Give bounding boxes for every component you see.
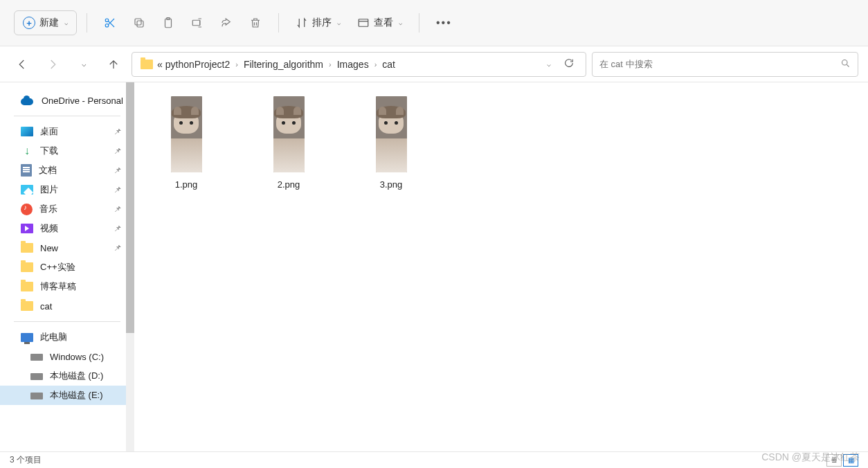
file-thumbnail xyxy=(376,96,407,172)
breadcrumb-item[interactable]: cat xyxy=(379,59,398,70)
drive-label: Windows (C:) xyxy=(50,352,104,362)
sidebar-item[interactable]: 博客草稿 xyxy=(0,277,134,296)
drive-icon xyxy=(30,373,43,380)
share-icon xyxy=(220,17,233,29)
sidebar-item[interactable]: 音乐📌︎ xyxy=(0,199,134,219)
separator xyxy=(87,13,87,33)
cut-button[interactable] xyxy=(97,10,123,35)
forward-button[interactable] xyxy=(40,52,65,77)
refresh-button[interactable] xyxy=(557,57,581,71)
breadcrumb-prefix: « xyxy=(157,59,163,70)
sidebar-item-label: C++实验 xyxy=(40,261,75,273)
pin-icon: 📌︎ xyxy=(114,165,122,175)
back-button[interactable] xyxy=(10,52,35,77)
copy-button[interactable] xyxy=(126,10,152,35)
sidebar-drive[interactable]: 本地磁盘 (D:) xyxy=(0,366,134,386)
sort-dropdown[interactable]: 排序 ⌵ xyxy=(289,10,347,35)
separator xyxy=(278,13,279,33)
document-icon xyxy=(21,164,32,177)
chevron-down-icon: ⌵ xyxy=(399,19,402,26)
breadcrumb-item[interactable]: Filtering_algorithm xyxy=(241,59,326,70)
sidebar-item[interactable]: cat xyxy=(0,296,134,316)
sidebar-thispc[interactable]: 此电脑 xyxy=(0,327,134,347)
sidebar-drive[interactable]: 本地磁盘 (E:) xyxy=(0,386,134,405)
toolbar: + 新建 ⌵ 排序 ⌵ 查看 ⌵ ••• xyxy=(0,0,868,46)
sidebar: OneDrive - Personal 桌面📌︎↓下载📌︎文档📌︎图片📌︎音乐📌… xyxy=(0,82,134,451)
sort-icon xyxy=(296,17,308,29)
file-item[interactable]: 2.png xyxy=(257,96,320,190)
chevron-down-icon: ⌵ xyxy=(337,19,341,26)
sidebar-item[interactable]: C++实验 xyxy=(0,258,134,277)
download-icon: ↓ xyxy=(21,145,33,156)
sidebar-item[interactable]: ↓下载📌︎ xyxy=(0,141,134,161)
pin-icon: 📌︎ xyxy=(114,204,122,214)
scrollbar[interactable] xyxy=(126,82,134,451)
breadcrumb-item[interactable]: pythonProject2 xyxy=(163,59,233,70)
file-thumbnail xyxy=(273,96,305,172)
statusbar: 3 个项目 ≣ ▦ xyxy=(0,451,868,468)
item-count: 3 个项目 xyxy=(10,454,42,466)
chevron-right-icon: › xyxy=(233,60,241,69)
sidebar-item-label: 下载 xyxy=(40,145,58,157)
search-input[interactable] xyxy=(599,59,840,69)
search-icon xyxy=(840,58,851,71)
search-box[interactable] xyxy=(592,52,858,77)
sidebar-item[interactable]: 文档📌︎ xyxy=(0,161,134,180)
drive-icon xyxy=(30,393,43,399)
file-name: 2.png xyxy=(278,179,300,190)
delete-button[interactable] xyxy=(242,10,269,35)
view-icon xyxy=(357,17,370,29)
sidebar-onedrive[interactable]: OneDrive - Personal xyxy=(0,91,134,110)
sidebar-item[interactable]: 视频📌︎ xyxy=(0,219,134,238)
sidebar-drive[interactable]: Windows (C:) xyxy=(0,347,134,366)
video-icon xyxy=(21,224,33,233)
paste-button[interactable] xyxy=(155,10,181,35)
address-bar[interactable]: « pythonProject2 › Filtering_algorithm ›… xyxy=(132,52,586,77)
file-item[interactable]: 3.png xyxy=(360,96,422,190)
copy-icon xyxy=(133,17,145,29)
address-dropdown[interactable]: ⌵ xyxy=(541,60,557,68)
arrow-left-icon xyxy=(16,58,28,71)
scrollbar-thumb[interactable] xyxy=(126,82,134,333)
chevron-right-icon: › xyxy=(372,60,380,69)
new-button[interactable]: + 新建 ⌵ xyxy=(14,10,77,35)
rename-icon xyxy=(191,17,204,29)
ellipsis-icon: ••• xyxy=(436,17,452,29)
sidebar-item-label: 音乐 xyxy=(39,203,57,215)
separator xyxy=(419,13,419,33)
view-dropdown[interactable]: 查看 ⌵ xyxy=(350,10,409,35)
cloud-icon xyxy=(21,96,35,105)
pin-icon: 📌︎ xyxy=(114,224,122,233)
file-item[interactable]: 1.png xyxy=(155,96,217,190)
recent-dropdown[interactable]: ⌵ xyxy=(71,52,96,77)
navbar: ⌵ « pythonProject2 › Filtering_algorithm… xyxy=(0,46,868,82)
trash-icon xyxy=(249,17,262,29)
file-name: 3.png xyxy=(380,179,403,190)
sidebar-item-label: cat xyxy=(40,301,52,312)
up-button[interactable] xyxy=(101,52,126,77)
sidebar-item[interactable]: New📌︎ xyxy=(0,238,134,258)
sidebar-item-label: New xyxy=(40,243,58,253)
more-button[interactable]: ••• xyxy=(429,10,459,35)
svg-rect-2 xyxy=(137,21,143,27)
sidebar-item[interactable]: 桌面📌︎ xyxy=(0,122,134,141)
pin-icon: 📌︎ xyxy=(114,146,122,156)
onedrive-label: OneDrive - Personal xyxy=(42,96,123,106)
sidebar-item-label: 文档 xyxy=(39,164,57,177)
drive-label: 本地磁盘 (E:) xyxy=(50,389,103,402)
view-label: 查看 xyxy=(374,17,393,29)
drive-label: 本地磁盘 (D:) xyxy=(50,370,103,382)
sidebar-item[interactable]: 图片📌︎ xyxy=(0,180,134,199)
share-button[interactable] xyxy=(213,10,239,35)
rename-button[interactable] xyxy=(184,10,210,35)
plus-icon: + xyxy=(23,17,35,29)
chevron-down-icon: ⌵ xyxy=(82,60,87,69)
desktop-icon xyxy=(21,127,33,136)
drive-icon xyxy=(30,354,43,361)
music-icon xyxy=(21,204,33,215)
pin-icon: 📌︎ xyxy=(114,243,122,253)
file-thumbnail xyxy=(171,96,202,172)
folder-icon xyxy=(21,262,33,272)
folder-icon xyxy=(21,243,33,253)
breadcrumb-item[interactable]: Images xyxy=(334,59,372,70)
